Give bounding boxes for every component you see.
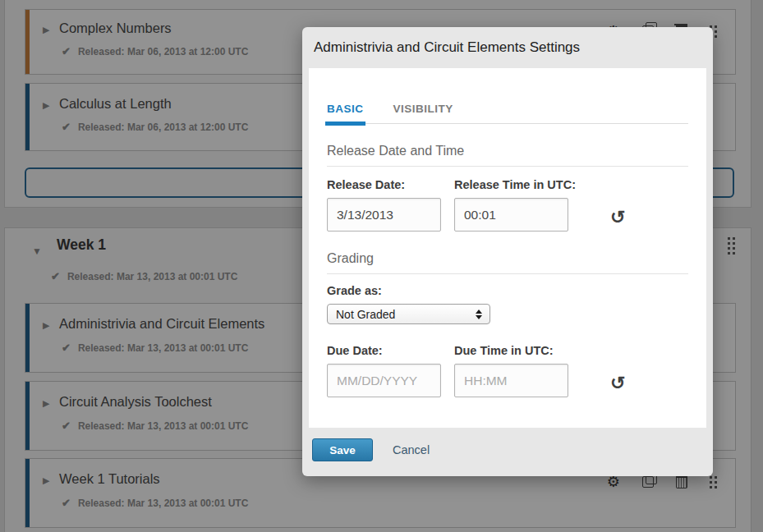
select-stepper-icon [476,310,482,319]
modal-body: BASIC VISIBILITY Release Date and Time R… [309,68,706,428]
due-date-input[interactable] [327,364,441,397]
tab-visibility[interactable]: VISIBILITY [393,103,453,123]
settings-modal: Administrivia and Circuit Elements Setti… [302,27,713,476]
release-date-input[interactable] [327,198,441,232]
modal-footer: Save Cancel [302,428,713,476]
due-fields: Due Date: Due Time in UTC: ↺ [327,344,688,397]
grading-section-heading: Grading [327,251,688,274]
release-date-label: Release Date: [327,178,441,191]
reset-due-icon[interactable]: ↺ [610,374,625,392]
release-fields: Release Date: Release Time in UTC: ↺ [327,178,688,232]
grade-as-value: Not Graded [336,308,395,321]
release-time-label: Release Time in UTC: [454,178,568,191]
grade-as-label: Grade as: [327,284,688,297]
due-date-label: Due Date: [327,344,441,357]
tab-basic[interactable]: BASIC [327,103,364,123]
reset-release-icon[interactable]: ↺ [610,209,625,227]
modal-title: Administrivia and Circuit Elements Setti… [302,27,713,66]
release-time-group: Release Time in UTC: [454,178,568,232]
tab-bar: BASIC VISIBILITY [327,103,688,124]
due-time-label: Due Time in UTC: [454,344,568,357]
grade-as-select[interactable]: Not Graded [327,304,490,324]
release-section-heading: Release Date and Time [327,144,688,167]
save-button[interactable]: Save [312,438,373,461]
due-date-group: Due Date: [327,344,441,397]
release-time-input[interactable] [454,198,568,232]
due-time-input[interactable] [454,364,568,397]
release-date-group: Release Date: [327,178,441,232]
due-time-group: Due Time in UTC: [454,344,568,397]
course-outline-page: ▶ Complex Numbers ✔ Released: Mar 06, 20… [0,0,763,532]
cancel-link[interactable]: Cancel [393,443,430,456]
